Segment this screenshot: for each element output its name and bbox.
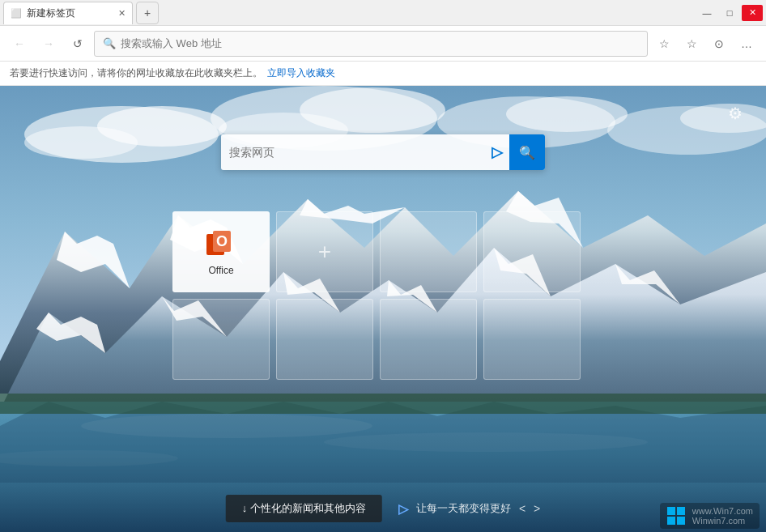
empty-tile-6[interactable] (483, 299, 581, 380)
add-tile[interactable]: + (276, 211, 373, 292)
content-area: ⚙ ▷ 🔍 O Office + (0, 86, 766, 532)
favorites-bar: 若要进行快速访问，请将你的网址收藏放在此收藏夹栏上。 立即导入收藏夹 (0, 62, 766, 86)
nav-right-buttons: ☆ ☆ ⊙ … (651, 31, 760, 57)
svg-point-3 (24, 126, 138, 159)
title-bar: ⬜ 新建标签页 ✕ + — □ ✕ (0, 0, 766, 26)
refresh-button[interactable]: ↺ (65, 31, 91, 57)
tab-area-wrapper: ⬜ 新建标签页 ✕ + (0, 2, 696, 24)
empty-tile-2[interactable] (483, 211, 581, 292)
import-favorites-link[interactable]: 立即导入收藏夹 (267, 66, 335, 80)
search-submit-button[interactable]: 🔍 (509, 134, 545, 170)
bottom-bar: ↓ 个性化的新闻和其他内容 ▷ 让每一天都变得更好 < > (226, 495, 541, 522)
address-input[interactable] (121, 37, 639, 49)
watermark: www.Win7.com Winwin7.com (653, 500, 766, 532)
hub-button[interactable]: ☆ (679, 31, 704, 57)
forward-icon: → (43, 37, 54, 50)
favorites-button[interactable]: ☆ (651, 31, 677, 57)
bottom-right-area: ▷ 让每一天都变得更好 < > (398, 501, 540, 517)
navigation-bar: ← → ↺ 🔍 ☆ ☆ ⊙ … (0, 26, 766, 62)
bing-bottom-logo: ▷ (398, 501, 408, 517)
active-tab[interactable]: ⬜ 新建标签页 ✕ (3, 2, 133, 24)
favorites-icon: ☆ (659, 37, 670, 50)
empty-tile-1[interactable] (380, 211, 477, 292)
more-button[interactable]: … (734, 31, 760, 57)
empty-tile-3[interactable] (172, 299, 270, 380)
next-button[interactable]: > (534, 502, 540, 515)
add-tile-icon: + (318, 239, 331, 265)
settings-button[interactable]: ⚙ (721, 99, 750, 128)
profile-button[interactable]: ⊙ (706, 31, 732, 57)
address-bar: 🔍 (94, 31, 648, 57)
windows-logo-icon (666, 506, 686, 526)
bing-logo: ▷ (492, 143, 503, 161)
new-tab-button[interactable]: + (136, 2, 159, 24)
maximize-button[interactable]: □ (719, 5, 740, 21)
search-input[interactable] (229, 146, 485, 159)
svg-rect-32 (667, 507, 675, 515)
watermark-line1: www.Win7.com (692, 506, 753, 516)
empty-tile-4[interactable] (276, 299, 373, 380)
office-tile-label: Office (208, 265, 233, 276)
svg-rect-28 (0, 394, 766, 414)
close-button[interactable]: ✕ (742, 5, 763, 21)
back-icon: ← (14, 37, 25, 50)
search-container: ▷ 🔍 (221, 134, 545, 170)
tab-icon: ⬜ (11, 8, 22, 19)
office-tile[interactable]: O Office (172, 211, 270, 292)
forward-button[interactable]: → (36, 31, 62, 57)
search-submit-icon: 🔍 (519, 145, 535, 160)
back-button[interactable]: ← (6, 31, 32, 57)
window-controls: — □ ✕ (696, 5, 763, 21)
prev-button[interactable]: < (519, 502, 526, 515)
search-box: ▷ 🔍 (221, 134, 545, 170)
svg-rect-33 (677, 507, 685, 515)
tab-area: ⬜ 新建标签页 ✕ + (3, 2, 159, 24)
minimize-button[interactable]: — (696, 5, 717, 21)
watermark-line2: Winwin7.com (692, 516, 753, 526)
new-tab-icon: + (144, 6, 151, 19)
tiles-grid: O Office + (172, 211, 594, 380)
refresh-icon: ↺ (73, 37, 83, 50)
news-button[interactable]: ↓ 个性化的新闻和其他内容 (226, 495, 382, 522)
favbar-message: 若要进行快速访问，请将你的网址收藏放在此收藏夹栏上。 (10, 66, 262, 80)
svg-rect-34 (667, 517, 675, 525)
hub-icon: ☆ (687, 37, 697, 50)
search-icon: 🔍 (103, 37, 116, 49)
svg-rect-35 (677, 517, 685, 525)
tab-close-button[interactable]: ✕ (118, 8, 126, 19)
profile-icon: ⊙ (714, 37, 724, 50)
empty-tile-5[interactable] (380, 299, 477, 380)
svg-text:O: O (216, 233, 228, 249)
tab-title: 新建标签页 (27, 6, 75, 20)
office-icon: O (205, 228, 237, 260)
more-icon: … (741, 37, 752, 50)
gear-icon: ⚙ (728, 104, 743, 123)
motto-text: 让每一天都变得更好 (416, 501, 511, 516)
news-button-label: ↓ 个性化的新闻和其他内容 (242, 501, 366, 516)
